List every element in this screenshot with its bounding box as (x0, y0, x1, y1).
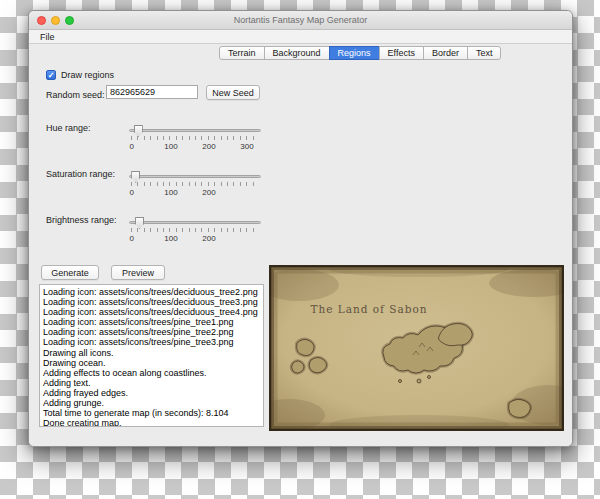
window-content: TerrainBackgroundRegionsEffectsBorderTex… (29, 44, 572, 447)
tick-label: 100 (164, 188, 177, 197)
draw-regions-checkbox[interactable]: ✓ Draw regions (46, 70, 114, 80)
map-title-text: The Land of Sabon (310, 303, 427, 315)
log-line: Total time to generate map (in seconds):… (43, 408, 260, 418)
log-output[interactable]: Loading icon: assets/icons/trees/deciduo… (39, 284, 264, 427)
tick-label: 100 (164, 234, 177, 243)
brightness-range-tick-labels: 0100200 (131, 234, 261, 244)
random-seed-input[interactable] (106, 85, 198, 99)
draw-regions-label: Draw regions (61, 70, 114, 80)
window-title: Nortantis Fantasy Map Generator (29, 15, 572, 25)
tab-effects[interactable]: Effects (379, 46, 424, 60)
brightness-range-slider[interactable]: 0100200 (129, 212, 261, 248)
log-line: Loading icon: assets/icons/trees/deciduo… (43, 307, 260, 317)
saturation-range-tick-marks (131, 182, 259, 186)
map-preview: The Land of Sabon (269, 265, 564, 431)
saturation-range-tick-labels: 0100200 (131, 188, 261, 198)
log-line: Loading icon: assets/icons/trees/pine_tr… (43, 327, 260, 337)
tick-label: 100 (164, 142, 177, 151)
tick-label: 200 (202, 234, 215, 243)
random-seed-label: Random seed: (46, 90, 105, 100)
hue-range-tick-labels: 0100200300 (131, 142, 261, 152)
log-line: Done creating map. (43, 418, 260, 427)
tick-label: 0 (129, 188, 133, 197)
hue-range-slider[interactable]: 0100200300 (129, 120, 261, 156)
log-line: Loading icon: assets/icons/trees/pine_tr… (43, 337, 260, 347)
saturation-range-slider[interactable]: 0100200 (129, 166, 261, 202)
tick-label: 300 (240, 142, 253, 151)
saturation-range-label: Saturation range: (46, 169, 115, 179)
checkbox-checked-icon: ✓ (46, 70, 56, 80)
window-titlebar[interactable]: Nortantis Fantasy Map Generator (29, 11, 572, 30)
tab-regions[interactable]: Regions (329, 46, 380, 60)
tick-label: 200 (202, 142, 215, 151)
log-line: Drawing all icons. (43, 348, 260, 358)
log-line: Adding frayed edges. (43, 388, 260, 398)
log-line: Loading icon: assets/icons/trees/pine_tr… (43, 317, 260, 327)
menu-file[interactable]: File (36, 32, 59, 42)
log-line: Loading icon: assets/icons/trees/deciduo… (43, 297, 260, 307)
brightness-range-label: Brightness range: (46, 215, 117, 225)
tick-label: 200 (202, 188, 215, 197)
tab-text[interactable]: Text (467, 46, 502, 60)
tab-border[interactable]: Border (423, 46, 468, 60)
brightness-range-track[interactable] (129, 221, 261, 224)
tab-terrain[interactable]: Terrain (219, 46, 265, 60)
preview-button[interactable]: Preview (111, 265, 165, 280)
log-line: Adding effects to ocean along coastlines… (43, 368, 260, 378)
tab-bar: TerrainBackgroundRegionsEffectsBorderTex… (219, 46, 501, 60)
menu-bar: File (29, 30, 572, 44)
log-line: Drawing ocean. (43, 358, 260, 368)
saturation-range-track[interactable] (129, 175, 261, 178)
brightness-range-tick-marks (131, 228, 259, 232)
hue-range-track[interactable] (129, 129, 261, 132)
log-line: Adding grunge. (43, 398, 260, 408)
tick-label: 0 (129, 142, 133, 151)
hue-range-tick-marks (131, 136, 259, 140)
log-line: Adding text. (43, 378, 260, 388)
log-line: Loading icon: assets/icons/trees/deciduo… (43, 287, 260, 297)
app-window: Nortantis Fantasy Map Generator File Ter… (28, 10, 573, 447)
tab-background[interactable]: Background (264, 46, 330, 60)
generated-map-image: The Land of Sabon (269, 265, 564, 431)
tick-label: 0 (129, 234, 133, 243)
new-seed-button[interactable]: New Seed (206, 85, 260, 100)
hue-range-label: Hue range: (46, 123, 91, 133)
generate-button[interactable]: Generate (41, 265, 99, 280)
